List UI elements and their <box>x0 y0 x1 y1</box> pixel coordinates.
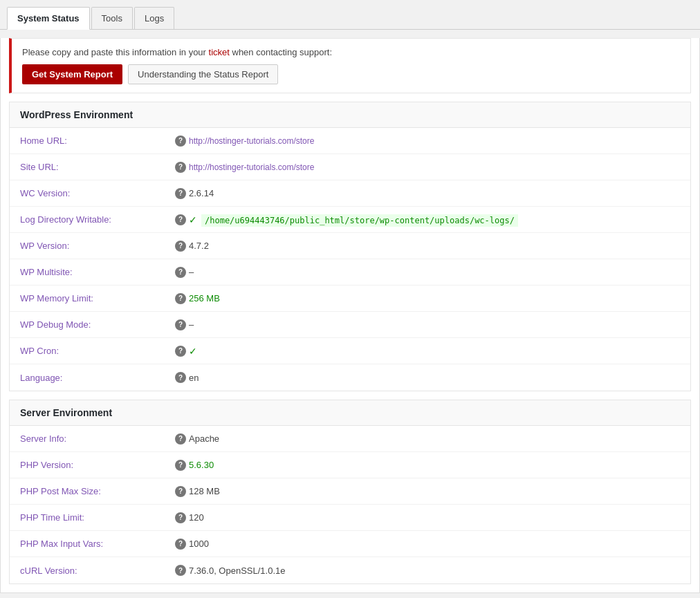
get-system-report-button[interactable]: Get System Report <box>22 64 122 84</box>
row-value-0-8: ✓ <box>189 346 680 357</box>
row-label-0-0: Home URL: <box>20 136 172 146</box>
notice-buttons: Get System Report Understanding the Stat… <box>22 64 680 84</box>
main-content: Please copy and paste this information i… <box>0 38 700 593</box>
row-label-0-1: Site URL: <box>20 162 172 172</box>
row-value-0-3: ✓/home/u694443746/public_html/store/wp-c… <box>189 214 680 225</box>
row-value-1-4: 1000 <box>189 539 680 549</box>
row-help-1-1: ? <box>172 460 189 471</box>
section-0: WordPress EnvironmentHome URL:?http://ho… <box>9 102 691 391</box>
help-icon[interactable]: ? <box>175 136 186 147</box>
section-rows-0: Home URL:?http://hostinger-tutorials.com… <box>10 128 690 391</box>
row-value-0-4: 4.7.2 <box>189 241 680 251</box>
row-label-0-3: Log Directory Writable: <box>20 214 172 225</box>
help-icon[interactable]: ? <box>175 319 186 330</box>
help-icon[interactable]: ? <box>175 293 186 304</box>
row-help-1-2: ? <box>172 486 189 497</box>
row-help-0-8: ? <box>172 346 189 357</box>
row-help-1-3: ? <box>172 512 189 523</box>
table-row: WC Version:?2.6.14 <box>10 180 690 207</box>
table-row: PHP Post Max Size:?128 MB <box>10 478 690 505</box>
tab-system-status[interactable]: System Status <box>7 7 90 30</box>
understanding-status-report-button[interactable]: Understanding the Status Report <box>128 64 278 84</box>
help-icon[interactable]: ? <box>175 214 186 225</box>
row-value-0-1: http://hostinger-tutorials.com/store <box>189 162 680 172</box>
table-row: Server Info:?Apache <box>10 426 690 452</box>
table-row: WP Memory Limit:?256 MB <box>10 286 690 312</box>
tab-logs[interactable]: Logs <box>134 7 174 29</box>
table-row: PHP Time Limit:?120 <box>10 505 690 531</box>
row-label-0-6: WP Memory Limit: <box>20 293 172 303</box>
row-label-0-5: WP Multisite: <box>20 267 172 277</box>
help-icon[interactable]: ? <box>175 346 186 357</box>
row-value-1-0: Apache <box>189 433 680 444</box>
row-help-1-4: ? <box>172 539 189 550</box>
row-value-0-9: en <box>189 373 680 383</box>
help-icon[interactable]: ? <box>175 539 186 550</box>
table-row: Log Directory Writable:?✓/home/u69444374… <box>10 207 690 233</box>
help-icon[interactable]: ? <box>175 372 186 383</box>
row-label-1-5: cURL Version: <box>20 566 172 576</box>
row-help-0-9: ? <box>172 372 189 383</box>
notice-text: Please copy and paste this information i… <box>22 47 680 57</box>
help-icon[interactable]: ? <box>175 267 186 278</box>
row-value-1-5: 7.36.0, OpenSSL/1.0.1e <box>189 566 680 576</box>
sections-container: WordPress EnvironmentHome URL:?http://ho… <box>1 102 699 584</box>
row-value-0-7: – <box>189 319 680 330</box>
row-help-1-0: ? <box>172 433 189 445</box>
row-value-0-0: http://hostinger-tutorials.com/store <box>189 136 680 146</box>
notice-bar: Please copy and paste this information i… <box>9 38 691 93</box>
row-help-0-2: ? <box>172 188 189 199</box>
tab-tools[interactable]: Tools <box>91 7 133 29</box>
row-help-0-5: ? <box>172 267 189 278</box>
row-label-1-3: PHP Time Limit: <box>20 512 172 523</box>
table-row: Home URL:?http://hostinger-tutorials.com… <box>10 128 690 154</box>
table-row: WP Version:?4.7.2 <box>10 233 690 259</box>
section-title-0: WordPress Environment <box>20 109 680 120</box>
row-value-1-1: 5.6.30 <box>189 460 680 470</box>
help-icon[interactable]: ? <box>175 188 186 199</box>
row-value-0-2: 2.6.14 <box>189 188 680 198</box>
help-icon[interactable]: ? <box>175 486 186 497</box>
row-value-0-6: 256 MB <box>189 293 680 303</box>
row-label-0-2: WC Version: <box>20 188 172 198</box>
table-row: Language:?en <box>10 364 690 391</box>
row-label-0-8: WP Cron: <box>20 346 172 356</box>
help-icon[interactable]: ? <box>175 433 186 445</box>
row-label-0-7: WP Debug Mode: <box>20 319 172 330</box>
table-row: WP Cron:?✓ <box>10 338 690 364</box>
row-value-1-3: 120 <box>189 512 680 523</box>
section-title-1: Server Environment <box>20 407 680 418</box>
section-rows-1: Server Info:?ApachePHP Version:?5.6.30PH… <box>10 426 690 583</box>
table-row: PHP Max Input Vars:?1000 <box>10 531 690 557</box>
ticket-link[interactable]: ticket <box>209 47 230 57</box>
help-icon[interactable]: ? <box>175 512 186 523</box>
row-help-0-3: ? <box>172 214 189 225</box>
table-row: WP Multisite:?– <box>10 259 690 286</box>
help-icon[interactable]: ? <box>175 565 186 576</box>
help-icon[interactable]: ? <box>175 241 186 252</box>
row-label-1-2: PHP Post Max Size: <box>20 486 172 496</box>
row-help-0-6: ? <box>172 293 189 304</box>
row-label-0-4: WP Version: <box>20 241 172 251</box>
row-help-1-5: ? <box>172 565 189 576</box>
row-help-0-7: ? <box>172 319 189 330</box>
row-value-1-2: 128 MB <box>189 486 680 496</box>
section-header-1: Server Environment <box>10 400 690 426</box>
page-wrapper: System Status Tools Logs Please copy and… <box>0 0 700 598</box>
row-label-0-9: Language: <box>20 373 172 383</box>
row-help-0-4: ? <box>172 241 189 252</box>
help-icon[interactable]: ? <box>175 460 186 471</box>
help-icon[interactable]: ? <box>175 162 186 173</box>
row-label-1-1: PHP Version: <box>20 460 172 470</box>
table-row: PHP Version:?5.6.30 <box>10 452 690 478</box>
row-value-0-5: – <box>189 267 680 277</box>
row-label-1-0: Server Info: <box>20 433 172 444</box>
row-help-0-0: ? <box>172 136 189 147</box>
table-row: Site URL:?http://hostinger-tutorials.com… <box>10 154 690 180</box>
table-row: WP Debug Mode:?– <box>10 312 690 338</box>
row-help-0-1: ? <box>172 162 189 173</box>
section-header-0: WordPress Environment <box>10 102 690 128</box>
table-row: cURL Version:?7.36.0, OpenSSL/1.0.1e <box>10 557 690 583</box>
section-1: Server EnvironmentServer Info:?ApachePHP… <box>9 400 691 584</box>
row-label-1-4: PHP Max Input Vars: <box>20 539 172 549</box>
